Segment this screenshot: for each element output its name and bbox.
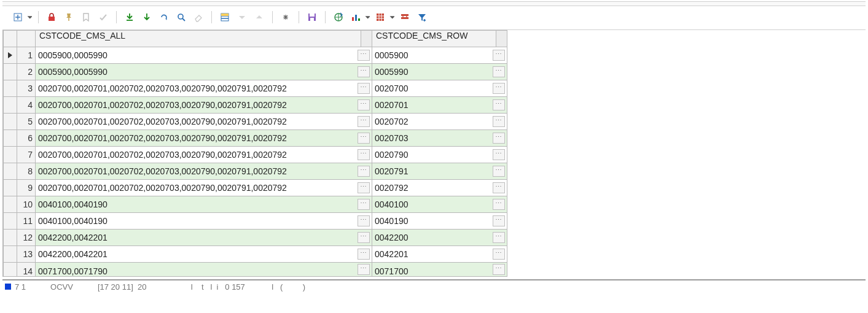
cell-editor-button[interactable]: ··· [358,199,370,210]
row-indicator[interactable] [4,196,17,213]
lock-button[interactable] [44,10,60,25]
cell-row[interactable]: 0020792··· [372,180,507,196]
fetch-page-button[interactable] [139,10,155,25]
cell-editor-button[interactable]: ··· [493,116,505,127]
row-indicator[interactable] [4,230,17,246]
column-header-all[interactable]: CSTCODE_CMS_ALL [36,31,372,47]
query-builder-button[interactable] [397,10,413,25]
fit-window-button[interactable] [10,10,26,25]
sort-handle[interactable] [496,31,507,47]
cell-editor-button[interactable]: ··· [493,149,505,160]
sort-handle[interactable] [361,31,372,47]
cell-editor-button[interactable]: ··· [358,83,370,94]
row-indicator[interactable] [4,246,17,263]
cell-editor-button[interactable]: ··· [493,166,505,177]
cell-row[interactable]: 0042201··· [372,246,507,263]
cell-editor-button[interactable]: ··· [493,83,505,94]
dropdown-caret-icon[interactable] [364,12,370,22]
row-number[interactable]: 10 [17,196,36,213]
cell-editor-button[interactable]: ··· [358,249,370,260]
table-row[interactable]: 10005900,0005990···0005900··· [4,47,507,64]
cell-row[interactable]: 0005900··· [372,47,507,64]
cell-editor-button[interactable]: ··· [493,215,505,226]
cell-editor-button[interactable]: ··· [493,232,505,243]
cell-all[interactable]: 0020700,0020701,0020702,0020703,0020790,… [36,97,372,114]
link-button[interactable] [278,10,294,25]
cell-all[interactable]: 0020700,0020701,0020702,0020703,0020790,… [36,147,372,163]
find-button[interactable] [173,10,189,25]
cell-row[interactable]: 0071700··· [372,263,507,277]
cell-all[interactable]: 0040100,0040190··· [36,213,372,230]
cell-editor-button[interactable]: ··· [493,249,505,260]
row-indicator[interactable] [4,97,17,114]
row-indicator[interactable] [4,147,17,163]
table-row[interactable]: 20005900,0005990···0005990··· [4,64,507,80]
row-indicator[interactable] [4,64,17,80]
cell-row[interactable]: 0020700··· [372,80,507,97]
cell-all[interactable]: 0042200,0042201··· [36,246,372,263]
cell-editor-button[interactable]: ··· [358,133,370,144]
cell-editor-button[interactable]: ··· [358,166,370,177]
cell-row[interactable]: 0042200··· [372,230,507,246]
cell-editor-button[interactable]: ··· [493,50,505,61]
row-number[interactable]: 9 [17,180,36,196]
cell-editor-button[interactable]: ··· [358,50,370,61]
refresh-button[interactable] [156,10,172,25]
export-button[interactable] [330,10,346,25]
table-row[interactable]: 120042200,0042201···0042200··· [4,230,507,246]
table-row[interactable]: 130042200,0042201···0042201··· [4,246,507,263]
row-indicator[interactable] [4,47,17,64]
eraser-button[interactable] [190,10,206,25]
table-row[interactable]: 60020700,0020701,0020702,0020703,0020790… [4,130,507,147]
row-number[interactable]: 6 [17,130,36,147]
cell-editor-button[interactable]: ··· [358,215,370,226]
table-row[interactable]: 90020700,0020701,0020702,0020703,0020790… [4,180,507,196]
cell-editor-button[interactable]: ··· [358,116,370,127]
cell-editor-button[interactable]: ··· [358,264,370,275]
cell-all[interactable]: 0020700,0020701,0020702,0020703,0020790,… [36,114,372,130]
chart-button[interactable] [348,10,364,25]
pin-button[interactable] [61,10,77,25]
table-row[interactable]: 110040100,0040190···0040190··· [4,213,507,230]
table-row[interactable]: 40020700,0020701,0020702,0020703,0020790… [4,97,507,114]
row-number[interactable]: 3 [17,80,36,97]
row-number[interactable]: 7 [17,147,36,163]
cell-all[interactable]: 0005900,0005990··· [36,47,372,64]
row-indicator[interactable] [4,213,17,230]
cell-row[interactable]: 0020702··· [372,114,507,130]
cell-row[interactable]: 0040100··· [372,196,507,213]
table-row[interactable]: 50020700,0020701,0020702,0020703,0020790… [4,114,507,130]
row-indicator[interactable] [4,114,17,130]
dropdown-caret-icon[interactable] [388,12,394,22]
fetch-all-button[interactable] [122,10,138,25]
row-indicator-header[interactable] [4,31,17,47]
cell-all[interactable]: 0005900,0005990··· [36,64,372,80]
cell-all[interactable]: 0020700,0020701,0020702,0020703,0020790,… [36,180,372,196]
cell-row[interactable]: 0040190··· [372,213,507,230]
cell-row[interactable]: 0005990··· [372,64,507,80]
row-indicator[interactable] [4,80,17,97]
row-number[interactable]: 2 [17,64,36,80]
table-row[interactable]: 30020700,0020701,0020702,0020703,0020790… [4,80,507,97]
cell-editor-button[interactable]: ··· [493,66,505,77]
cell-editor-button[interactable]: ··· [493,133,505,144]
table-row[interactable]: 140071700,0071790···0071700··· [4,263,507,277]
cell-row[interactable]: 0020790··· [372,147,507,163]
down-button[interactable] [234,10,250,25]
row-number[interactable]: 11 [17,213,36,230]
cell-all[interactable]: 0020700,0020701,0020702,0020703,0020790,… [36,163,372,180]
check-button[interactable] [95,10,111,25]
row-number[interactable]: 1 [17,47,36,64]
row-indicator[interactable] [4,163,17,180]
row-number[interactable]: 8 [17,163,36,180]
cell-editor-button[interactable]: ··· [493,264,505,275]
cell-row[interactable]: 0020701··· [372,97,507,114]
cell-editor-button[interactable]: ··· [358,99,370,110]
row-number[interactable]: 4 [17,97,36,114]
cell-editor-button[interactable]: ··· [358,149,370,160]
row-indicator[interactable] [4,180,17,196]
cell-editor-button[interactable]: ··· [493,199,505,210]
row-number-header[interactable] [17,31,36,47]
grid-options-button[interactable] [372,10,388,25]
row-number[interactable]: 12 [17,230,36,246]
